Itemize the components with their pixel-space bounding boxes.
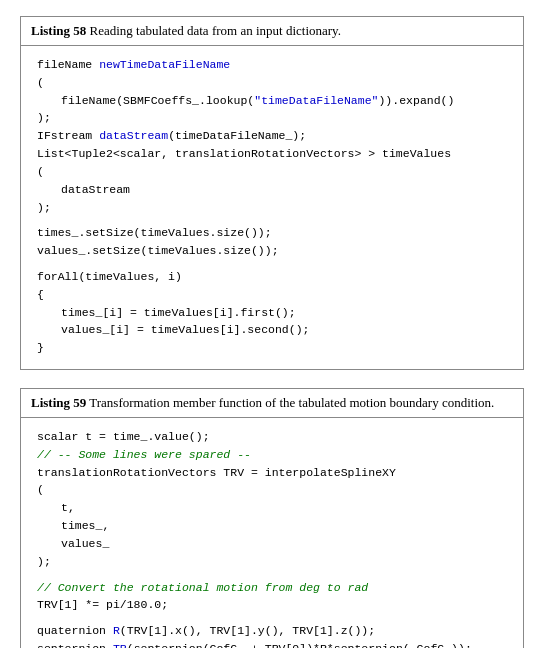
code-spacer xyxy=(37,260,507,268)
code-spacer xyxy=(37,571,507,579)
listing-58-title: Reading tabulated data from an input dic… xyxy=(90,23,342,38)
code-line: values_ xyxy=(37,535,507,553)
code-line: times_, xyxy=(37,517,507,535)
code-line: values_[i] = timeValues[i].second(); xyxy=(37,321,507,339)
code-line: List<Tuple2<scalar, translationRotationV… xyxy=(37,145,507,163)
code-keyword: newTimeDataFileName xyxy=(99,58,230,71)
code-line: ( xyxy=(37,74,507,92)
code-line: times_[i] = timeValues[i].first(); xyxy=(37,304,507,322)
code-line: quaternion R(TRV[1].x(), TRV[1].y(), TRV… xyxy=(37,622,507,640)
code-line: ( xyxy=(37,481,507,499)
code-line: } xyxy=(37,339,507,357)
code-line: TRV[1] *= pi/180.0; xyxy=(37,596,507,614)
code-keyword: R xyxy=(113,624,120,637)
code-line: ); xyxy=(37,199,507,217)
code-spacer xyxy=(37,614,507,622)
listing-59-label: Listing 59 xyxy=(31,395,86,410)
code-line: translationRotationVectors TRV = interpo… xyxy=(37,464,507,482)
listing-59-block: Listing 59 Transformation member functio… xyxy=(20,388,524,648)
code-line: values_.setSize(timeValues.size()); xyxy=(37,242,507,260)
code-line: t, xyxy=(37,499,507,517)
listing-58-header: Listing 58 Reading tabulated data from a… xyxy=(21,17,523,46)
code-line: scalar t = time_.value(); xyxy=(37,428,507,446)
code-line: fileName(SBMFCoeffs_.lookup("timeDataFil… xyxy=(37,92,507,110)
code-line: ); xyxy=(37,109,507,127)
code-line: septernion TR(septernion(CofG_ + TRV[0])… xyxy=(37,640,507,648)
listing-59-header: Listing 59 Transformation member functio… xyxy=(21,389,523,418)
code-string: "timeDataFileName" xyxy=(254,94,378,107)
code-line: IFstream dataStream(timeDataFileName_); xyxy=(37,127,507,145)
code-line: fileName newTimeDataFileName xyxy=(37,56,507,74)
code-line: ); xyxy=(37,553,507,571)
code-comment: // Convert the rotational motion from de… xyxy=(37,579,507,597)
code-keyword: dataStream xyxy=(99,129,168,142)
code-line: dataStream xyxy=(37,181,507,199)
code-line: { xyxy=(37,286,507,304)
page: Listing 58 Reading tabulated data from a… xyxy=(0,0,544,648)
listing-59-title: Transformation member function of the ta… xyxy=(89,395,494,410)
code-comment: // -- Some lines were spared -- xyxy=(37,446,507,464)
code-line: times_.setSize(timeValues.size()); xyxy=(37,224,507,242)
listing-58-block: Listing 58 Reading tabulated data from a… xyxy=(20,16,524,370)
code-spacer xyxy=(37,216,507,224)
code-keyword: TR xyxy=(113,642,127,648)
listing-58-label: Listing 58 xyxy=(31,23,86,38)
code-line: forAll(timeValues, i) xyxy=(37,268,507,286)
code-line: ( xyxy=(37,163,507,181)
listing-58-body: fileName newTimeDataFileName ( fileName(… xyxy=(21,46,523,369)
listing-59-body: scalar t = time_.value(); // -- Some lin… xyxy=(21,418,523,648)
